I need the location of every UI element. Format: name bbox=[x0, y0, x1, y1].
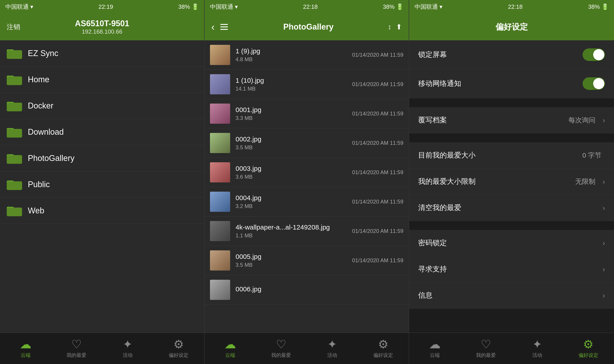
tab-cloud[interactable]: ☁ 云端 bbox=[205, 338, 256, 359]
menu-button[interactable] bbox=[219, 23, 229, 31]
photo-date: 01/14/2020 AM 11:59 bbox=[352, 110, 403, 117]
photo-info: 4k-wallpaper-a...al-1249208.jpg 1.1 MB bbox=[235, 223, 352, 239]
tab-cloud[interactable]: ☁ 云端 bbox=[0, 338, 51, 359]
chevron-icon: › bbox=[602, 291, 605, 300]
tab-activity[interactable]: ✦ 活动 bbox=[102, 338, 153, 359]
share-button[interactable]: ⬆ bbox=[396, 23, 402, 31]
list-item[interactable]: 1 (9).jpg 4.8 MB 01/14/2020 AM 11:59 bbox=[205, 40, 409, 70]
settings-title: 偏好设定 bbox=[496, 22, 528, 32]
folder-name: Home bbox=[28, 75, 49, 84]
tab-cloud-label: 云端 bbox=[21, 352, 30, 359]
list-item[interactable]: Public bbox=[0, 171, 204, 198]
list-item[interactable]: 0002.jpg 3.5 MB 01/14/2020 AM 11:59 bbox=[205, 129, 409, 158]
folder-icon bbox=[7, 178, 22, 191]
photo-info: 0004.jpg 3.2 MB bbox=[235, 194, 352, 209]
list-item[interactable]: EZ Sync bbox=[0, 40, 204, 66]
tab-settings[interactable]: ⚙ 偏好设定 bbox=[563, 338, 614, 359]
photo-info: 0001.jpg 3.3 MB bbox=[235, 106, 352, 121]
password-lock-label: 密码锁定 bbox=[418, 238, 447, 248]
tab-settings-label: 偏好设定 bbox=[579, 352, 598, 359]
photo-info: 0005.jpg 3.5 MB bbox=[235, 253, 352, 268]
settings-item-mobile-notify[interactable]: 移动网络通知 bbox=[409, 69, 614, 98]
svg-rect-5 bbox=[7, 77, 22, 85]
settings-item-right: › bbox=[602, 291, 605, 300]
list-item[interactable]: 1 (10).jpg 14.1 MB 01/14/2020 AM 11:59 bbox=[205, 70, 409, 99]
settings-item-right: 每次询问 › bbox=[569, 116, 605, 125]
settings-spacer bbox=[409, 221, 614, 230]
fav-size-value: 0 字节 bbox=[582, 151, 601, 160]
folder-name: PhotoGallery bbox=[28, 154, 74, 163]
chevron-icon: › bbox=[602, 204, 605, 212]
list-item[interactable]: 4k-wallpaper-a...al-1249208.jpg 1.1 MB 0… bbox=[205, 217, 409, 246]
tab-favorites[interactable]: ♡ 我的最爱 bbox=[256, 338, 307, 359]
settings-item-lock-screen[interactable]: 锁定屏幕 bbox=[409, 40, 614, 69]
list-item[interactable]: 0005.jpg 3.5 MB 01/14/2020 AM 11:59 bbox=[205, 246, 409, 275]
clear-fav-label: 清空我的最爱 bbox=[418, 203, 461, 213]
tab-cloud[interactable]: ☁ 云端 bbox=[409, 338, 460, 359]
cloud-icon: ☁ bbox=[429, 338, 441, 350]
activity-icon: ✦ bbox=[123, 338, 133, 350]
photo-name: 0003.jpg bbox=[235, 165, 352, 172]
settings-item-password-lock[interactable]: 密码锁定 › bbox=[409, 230, 614, 256]
tab-settings-label: 偏好设定 bbox=[373, 352, 393, 359]
chevron-icon: › bbox=[602, 116, 605, 124]
list-item[interactable]: 0001.jpg 3.3 MB 01/14/2020 AM 11:59 bbox=[205, 99, 409, 129]
list-item[interactable]: 0003.jpg 3.6 MB 01/14/2020 AM 11:59 bbox=[205, 158, 409, 187]
carrier-right: 中国联通 ▾ bbox=[415, 3, 442, 11]
tab-activity[interactable]: ✦ 活动 bbox=[307, 338, 358, 359]
lock-screen-toggle[interactable] bbox=[583, 48, 605, 61]
photo-name: 0006.jpg bbox=[235, 285, 403, 293]
gallery-title: PhotoGallery bbox=[233, 22, 383, 32]
mobile-notify-toggle[interactable] bbox=[583, 77, 605, 90]
right-panel: 中国联通 ▾ 22:18 38% 🔋 偏好设定 锁定屏幕 移动网络通知 bbox=[409, 0, 614, 364]
tab-cloud-label: 云端 bbox=[430, 352, 440, 359]
cancel-button[interactable]: 注销 bbox=[7, 22, 20, 32]
folder-icon bbox=[7, 125, 22, 139]
tab-activity-label: 活动 bbox=[123, 352, 133, 359]
settings-item-overwrite[interactable]: 覆写档案 每次询问 › bbox=[409, 107, 614, 133]
server-title: AS6510T-9501 192.168.100.66 bbox=[75, 19, 129, 35]
photo-date: 01/14/2020 AM 11:59 bbox=[352, 52, 403, 58]
list-item[interactable]: PhotoGallery bbox=[0, 145, 204, 171]
status-bar-mid: 中国联通 ▾ 22:18 38% 🔋 bbox=[205, 0, 409, 13]
support-label: 寻求支持 bbox=[418, 264, 447, 274]
heart-icon: ♡ bbox=[276, 338, 287, 350]
tab-favorites[interactable]: ♡ 我的最爱 bbox=[460, 338, 511, 359]
cloud-icon: ☁ bbox=[224, 338, 236, 350]
status-bar-right: 中国联通 ▾ 22:18 38% 🔋 bbox=[409, 0, 614, 13]
tab-favorites[interactable]: ♡ 我的最爱 bbox=[51, 338, 102, 359]
list-item[interactable]: 0004.jpg 3.2 MB 01/14/2020 AM 11:59 bbox=[205, 187, 409, 217]
header-mid: ‹ PhotoGallery ↕ ⬆ bbox=[205, 13, 409, 40]
photo-info: 0006.jpg bbox=[235, 285, 403, 294]
heart-icon: ♡ bbox=[71, 338, 82, 350]
tab-settings[interactable]: ⚙ 偏好设定 bbox=[358, 338, 409, 359]
sort-button[interactable]: ↕ bbox=[388, 23, 392, 31]
svg-rect-17 bbox=[7, 181, 22, 190]
settings-item-support[interactable]: 寻求支持 › bbox=[409, 256, 614, 282]
photo-name: 0004.jpg bbox=[235, 194, 352, 202]
list-item[interactable]: Download bbox=[0, 119, 204, 145]
battery-mid: 38% 🔋 bbox=[383, 3, 403, 10]
list-item[interactable]: Web bbox=[0, 198, 204, 224]
list-item[interactable]: 0006.jpg bbox=[205, 275, 409, 305]
hamburger-line bbox=[220, 26, 228, 27]
tab-activity[interactable]: ✦ 活动 bbox=[512, 338, 563, 359]
list-item[interactable]: Docker bbox=[0, 93, 204, 119]
settings-section-more: 密码锁定 › 寻求支持 › 信息 › bbox=[409, 230, 614, 309]
left-panel: 中国联通 ▾ 22:19 38% 🔋 注销 AS6510T-9501 192.1… bbox=[0, 0, 205, 364]
tab-bar-mid: ☁ 云端 ♡ 我的最爱 ✦ 活动 ⚙ 偏好设定 bbox=[205, 333, 409, 364]
photo-thumbnail bbox=[210, 221, 230, 241]
list-item[interactable]: Home bbox=[0, 66, 204, 93]
photo-size: 3.5 MB bbox=[235, 144, 352, 151]
svg-rect-14 bbox=[7, 155, 22, 164]
battery-right: 38% 🔋 bbox=[588, 3, 609, 10]
back-button[interactable]: ‹ bbox=[211, 22, 215, 32]
settings-item-clear-fav[interactable]: 清空我的最爱 › bbox=[409, 195, 614, 221]
tab-settings[interactable]: ⚙ 偏好设定 bbox=[153, 338, 204, 359]
settings-item-info[interactable]: 信息 › bbox=[409, 282, 614, 309]
fav-limit-value: 无限制 bbox=[575, 177, 595, 186]
photo-size: 4.8 MB bbox=[235, 56, 352, 63]
mid-panel: 中国联通 ▾ 22:18 38% 🔋 ‹ PhotoGallery ↕ ⬆ 1 … bbox=[205, 0, 409, 364]
info-label: 信息 bbox=[418, 290, 433, 300]
settings-item-fav-limit[interactable]: 我的最爱大小限制 无限制 › bbox=[409, 169, 614, 195]
